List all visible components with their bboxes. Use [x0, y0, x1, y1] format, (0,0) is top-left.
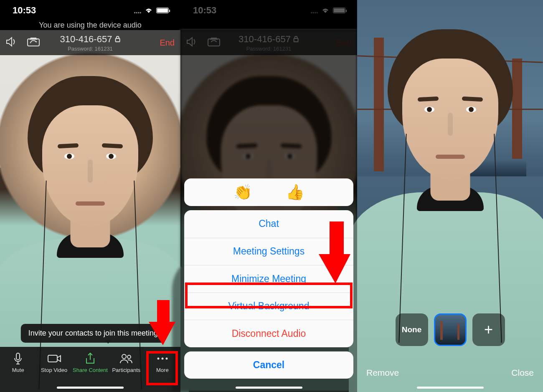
video-icon — [47, 352, 61, 365]
close-button[interactable]: Close — [511, 368, 534, 378]
cancel-option[interactable]: Cancel — [184, 351, 353, 379]
battery-icon — [156, 8, 169, 13]
stop-video-button[interactable]: Stop Video — [36, 352, 72, 382]
highlight-more-button — [146, 351, 178, 385]
mute-button[interactable]: Mute — [0, 352, 36, 382]
plus-icon: + — [484, 321, 493, 339]
meeting-header: 310-416-657 Password: 161231 End — [0, 30, 180, 55]
meeting-id: 310-416-657 — [60, 34, 112, 45]
thumbs-up-reaction[interactable]: 👍 — [286, 183, 304, 201]
cellular-icon: .... — [134, 6, 141, 15]
participants-icon — [119, 352, 133, 365]
screen-meeting: 10:53 .... You are using the device audi… — [0, 0, 180, 392]
microphone-icon — [13, 352, 23, 365]
bg-bridge-chip[interactable] — [434, 313, 467, 346]
arrow-icon — [316, 221, 354, 286]
share-content-button[interactable]: Share Content — [72, 352, 108, 382]
svg-rect-0 — [28, 39, 39, 46]
arrow-icon — [145, 300, 179, 348]
remove-button[interactable]: Remove — [366, 368, 399, 378]
reactions-row: 👏 👍 — [184, 178, 353, 206]
end-button[interactable]: End — [160, 38, 175, 48]
svg-rect-9 — [157, 300, 170, 323]
home-indicator[interactable] — [57, 387, 124, 389]
status-time: 10:53 — [13, 5, 36, 16]
clap-reaction[interactable]: 👏 — [233, 183, 252, 201]
svg-rect-13 — [330, 221, 344, 256]
home-indicator[interactable] — [236, 387, 302, 389]
highlight-virtual-background — [185, 283, 353, 308]
participants-button[interactable]: Participants — [108, 352, 144, 382]
device-audio-banner: You are using the device audio — [0, 21, 180, 30]
bg-none-chip[interactable]: None — [396, 313, 428, 346]
svg-point-5 — [127, 355, 131, 359]
share-icon — [85, 352, 96, 365]
invite-tooltip: Invite your contacts to join this meetin… — [21, 324, 165, 343]
speaker-icon[interactable] — [6, 37, 18, 48]
switch-camera-icon[interactable] — [27, 37, 40, 48]
disconnect-audio-option[interactable]: Disconnect Audio — [184, 320, 353, 347]
svg-marker-10 — [149, 322, 175, 345]
screen-more-menu: 10:53 .... 310-416-657 Password: 161231 … — [180, 0, 357, 392]
home-indicator[interactable] — [417, 387, 484, 389]
screen-virtual-background: None + Remove Close — [357, 0, 543, 392]
svg-rect-1 — [115, 38, 119, 42]
svg-point-4 — [122, 354, 126, 359]
status-bar: 10:53 .... — [0, 0, 180, 21]
lock-icon — [114, 34, 120, 45]
svg-marker-14 — [319, 254, 350, 283]
meeting-password: Password: 161231 — [60, 46, 121, 52]
bg-add-chip[interactable]: + — [472, 313, 505, 346]
svg-rect-3 — [48, 355, 57, 362]
svg-rect-2 — [16, 353, 20, 360]
background-picker: None + — [396, 313, 505, 346]
wifi-icon — [145, 8, 153, 13]
